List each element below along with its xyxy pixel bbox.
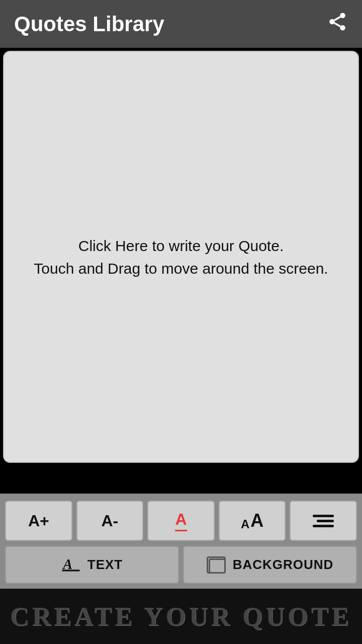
font-color-label: A (175, 510, 187, 531)
quote-canvas[interactable]: Click Here to write your Quote. Touch an… (3, 51, 359, 463)
align-icon (313, 515, 334, 527)
svg-line-3 (334, 23, 340, 27)
text-tab-icon: A (61, 553, 80, 577)
bottom-banner: Create Your Quote (0, 589, 362, 644)
share-icon (327, 11, 348, 32)
svg-line-4 (334, 17, 340, 20)
app-title: Quotes Library (14, 12, 164, 36)
canvas-hint: Click Here to write your Quote. Touch an… (34, 234, 328, 280)
svg-text:A: A (62, 556, 72, 572)
font-color-button[interactable]: A (147, 501, 215, 541)
background-tab-label: BACKGROUND (233, 557, 334, 573)
toolbar-row-font: A+ A- A A A (5, 501, 357, 541)
font-size-button[interactable]: A A (219, 501, 286, 541)
font-size-icon: A A (241, 510, 263, 531)
svg-point-1 (329, 19, 335, 25)
spacer (0, 466, 362, 494)
background-tab-button[interactable]: BACKGROUND (183, 546, 357, 584)
text-tab-button[interactable]: A TEXT (5, 546, 179, 584)
banner-text: Create Your Quote (10, 602, 352, 631)
share-button[interactable] (327, 11, 348, 37)
decrease-font-button[interactable]: A- (76, 501, 144, 541)
text-align-button[interactable] (290, 501, 357, 541)
increase-font-button[interactable]: A+ (5, 501, 72, 541)
toolbar-row-tabs: A TEXT BACKGROUND (5, 546, 357, 584)
background-tab-icon (207, 556, 226, 574)
svg-point-0 (340, 13, 345, 19)
text-tab-label: TEXT (87, 557, 123, 573)
svg-point-2 (340, 25, 345, 31)
app-header: Quotes Library (0, 0, 362, 48)
toolbar: A+ A- A A A A (0, 494, 362, 589)
